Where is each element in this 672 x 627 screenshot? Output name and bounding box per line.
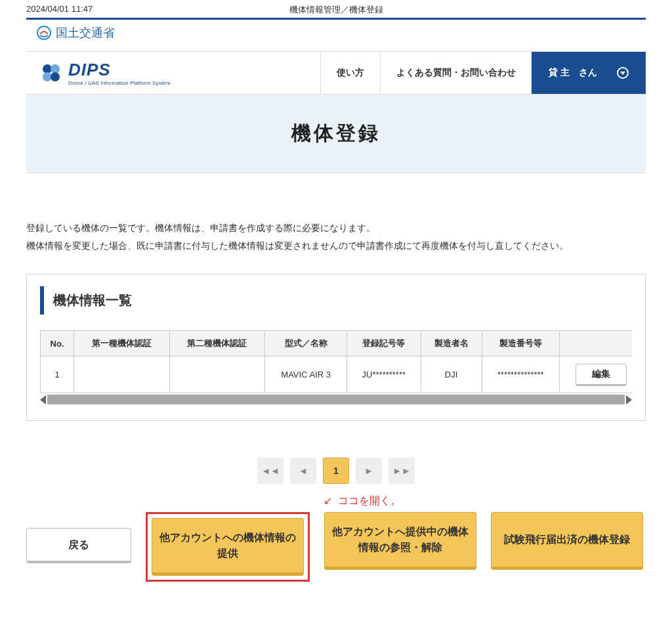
dips-logo-text: DIPS	[68, 60, 171, 80]
action-row: 戻る 他アカウントへの機体情報の提供 他アカウントへ提供中の機体情報の参照・解除…	[26, 512, 646, 582]
desc-line-1: 登録している機体の一覧です。機体情報は、申請書を作成する際に必要になります。	[26, 219, 646, 237]
col-edit	[559, 331, 632, 357]
col-reg: 登録記号等	[347, 331, 421, 357]
cell-serial: **************	[482, 357, 559, 393]
ministry-name: 国土交通省	[56, 25, 115, 41]
pager-first[interactable]: ◄◄	[257, 458, 284, 484]
cell-model: MAVIC AIR 3	[265, 357, 347, 393]
breadcrumb: 機体情報管理／機体登録	[289, 4, 383, 16]
pager-next[interactable]: ►	[356, 458, 382, 484]
svg-point-2	[51, 64, 60, 74]
col-maker: 製造者名	[421, 331, 482, 357]
scroll-right-icon[interactable]	[626, 395, 632, 404]
aircraft-list-section: 機体情報一覧 No. 第一種機体認証 第二種機体認証 型式／名称 登録記号等 製…	[26, 274, 646, 421]
col-cert2: 第二種機体認証	[169, 331, 265, 357]
page-timestamp: 2024/04/01 11:47	[26, 4, 93, 14]
nav-faq[interactable]: よくある質問・お問い合わせ	[380, 52, 532, 94]
page-description: 登録している機体の一覧です。機体情報は、申請書を作成する際に必要になります。 機…	[26, 219, 646, 254]
svg-point-4	[51, 72, 60, 81]
dips-logo[interactable]: DIPS Drone / UAS Information Platform Sy…	[26, 52, 320, 94]
annotation-text: ココを開く。	[338, 495, 401, 506]
pager-prev[interactable]: ◄	[290, 458, 316, 484]
pagination: ◄◄ ◄ 1 ► ►►	[0, 458, 672, 484]
page-title: 機体登録	[291, 120, 381, 147]
chevron-down-icon	[617, 67, 629, 79]
col-serial: 製造番号等	[482, 331, 559, 357]
aircraft-table: No. 第一種機体認証 第二種機体認証 型式／名称 登録記号等 製造者名 製造番…	[40, 330, 632, 393]
nav-howto[interactable]: 使い方	[320, 52, 380, 94]
highlight-box: 他アカウントへの機体情報の提供	[146, 512, 310, 582]
annotation-arrow-icon: ↙	[324, 494, 332, 507]
pager-last[interactable]: ►►	[388, 458, 415, 484]
dips-logo-subtitle: Drone / UAS Information Platform System	[68, 80, 171, 86]
dips-logo-icon	[38, 60, 64, 86]
cell-reg: JU**********	[347, 357, 421, 393]
cell-maker: DJI	[421, 357, 482, 393]
cell-no: 1	[41, 357, 74, 393]
page-title-hero: 機体登録	[26, 95, 646, 173]
pager-current[interactable]: 1	[323, 458, 349, 484]
test-flight-button[interactable]: 試験飛行届出済の機体登録	[491, 512, 643, 570]
scroll-left-icon[interactable]	[40, 395, 46, 404]
table-row: 1 MAVIC AIR 3 JU********** DJI *********…	[41, 357, 633, 393]
header-navbar: DIPS Drone / UAS Information Platform Sy…	[26, 51, 646, 95]
annotation: ↙ ココを開く。	[52, 494, 672, 508]
ministry-logo-icon	[36, 25, 52, 41]
user-name: 貸 主 さん	[549, 67, 597, 79]
col-no: No.	[41, 331, 74, 357]
svg-point-1	[43, 64, 52, 74]
cell-cert1	[74, 357, 170, 393]
reference-info-button[interactable]: 他アカウントへ提供中の機体情報の参照・解除	[324, 512, 476, 570]
col-cert1: 第一種機体認証	[74, 331, 170, 357]
section-title: 機体情報一覧	[40, 286, 632, 314]
edit-button[interactable]: 編集	[576, 364, 627, 386]
col-model: 型式／名称	[265, 331, 347, 357]
scroll-track[interactable]	[47, 395, 625, 404]
cell-edit: 編集	[559, 357, 632, 393]
svg-point-3	[43, 72, 52, 81]
back-button[interactable]: 戻る	[26, 528, 131, 563]
horizontal-scrollbar[interactable]	[40, 395, 632, 404]
provide-info-button[interactable]: 他アカウントへの機体情報の提供	[152, 518, 304, 576]
cell-cert2	[169, 357, 265, 393]
table-scroll-wrap[interactable]: No. 第一種機体認証 第二種機体認証 型式／名称 登録記号等 製造者名 製造番…	[40, 330, 632, 393]
ministry-header: 国土交通省	[0, 20, 672, 51]
user-menu[interactable]: 貸 主 さん	[532, 52, 646, 94]
desc-line-2: 機体情報を変更した場合、既に申請書に付与した機体情報は変更されませんので申請書作…	[26, 237, 646, 255]
